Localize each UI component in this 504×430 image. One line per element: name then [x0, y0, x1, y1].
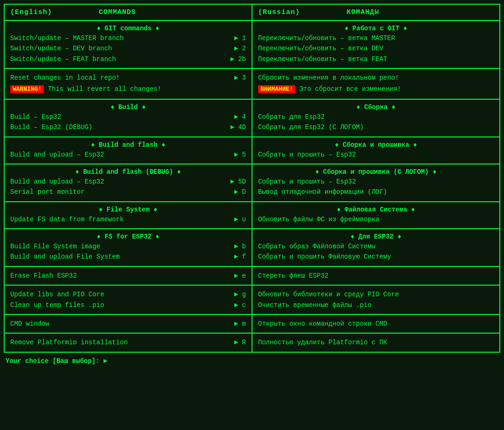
bottom-prompt: Your choice [Ваш выбор]: ►: [4, 353, 500, 367]
section-fs-left: ♦ File System ♦ Update FS data from fram…: [5, 202, 252, 228]
section-update-right: Обновить библиотеки и среду PIO Core Очи…: [252, 286, 499, 314]
section-cmd-right: Открыть окно командной строки CMD: [252, 315, 499, 333]
section-build-right: ♦ Сборка ♦ Собрать для Esp32 Собрать для…: [252, 100, 499, 137]
section-erase-right: Стереть флеш ESP32: [252, 267, 499, 285]
section-update-left: Update libs and PIO Core ► g Clean up te…: [5, 286, 252, 314]
fs-ru-1: Обновить файлы ФС из фреймворка: [258, 214, 494, 225]
section-build-left: ♦ Build ♦ Build – Esp32 ► 4 Build – Esp3…: [5, 100, 252, 137]
fse-title-left: ♦ FS for ESP32 ♦: [10, 233, 246, 240]
git-cmd-1: Switch/update – MASTER branch ► 1: [10, 33, 246, 43]
header-left: (English) COMMANDS: [5, 5, 252, 20]
prompt-text: Your choice [Ваш выбор]: ►: [6, 357, 107, 365]
update-cmd-1: Update libs and PIO Core ► g: [10, 289, 246, 300]
bf-ru-1: Собрать и прошить – Esp32: [258, 150, 494, 160]
section-build: ♦ Build ♦ Build – Esp32 ► 4 Build – Esp3…: [5, 100, 499, 137]
remove-ru: Полностью удалить Platformio с ПК: [258, 337, 494, 348]
header-right-title: КОМАНДЫ: [347, 8, 379, 16]
bf-cmd-1: Build and upload – Esp32 ► 5: [10, 150, 246, 160]
erase-cmd: Erase Flash ESP32 ► e: [10, 271, 246, 281]
build-ru-2: Собрать для Esp32 (С ЛОГОМ): [258, 122, 494, 132]
header-right: (Russian) КОМАНДЫ: [252, 5, 499, 20]
bf-title-left: ♦ Build and flash ♦: [10, 141, 246, 149]
section-erase-left: Erase Flash ESP32 ► e: [5, 267, 252, 285]
update-ru-2: Очистить временные файлы .pio: [258, 300, 494, 310]
section-remove-left: Remove Platformio installation ► R: [5, 334, 252, 351]
section-fse-left: ♦ FS for ESP32 ♦ Build File System image…: [5, 229, 252, 266]
build-cmd-1: Build – Esp32 ► 4: [10, 112, 246, 122]
section-fse-right: ♦ Для ESP32 ♦ Собрать образ Файловой Сис…: [252, 229, 499, 266]
fs-title-right: ♦ Файловая Система ♦: [258, 206, 494, 213]
section-cmd: CMD window ► m Открыть окно командной ст…: [5, 315, 499, 334]
section-build-flash-debug: ♦ Build and flash (DEBUG) ♦ Build and up…: [5, 164, 499, 202]
terminal-window: (English) COMMANDS (Russian) КОМАНДЫ ♦ G…: [4, 4, 500, 353]
header-left-title: COMMANDS: [99, 8, 136, 16]
fse-ru-2: Собрать и прошить Файловую Систему: [258, 252, 494, 262]
bfd-title-right: ♦ Сборка и прошивка (С ЛОГОМ) ♦: [258, 168, 494, 176]
cmd-cmd: CMD window ► m: [10, 319, 246, 329]
header-left-label: (English): [10, 8, 52, 16]
section-erase: Erase Flash ESP32 ► e Стереть флеш ESP32: [5, 267, 499, 286]
section-fs-right: ♦ Файловая Система ♦ Обновить файлы ФС и…: [252, 202, 499, 228]
section-reset: Reset changes in local repo! ► 3 WARNING…: [5, 69, 499, 100]
section-bfd-right: ♦ Сборка и прошивка (С ЛОГОМ) ♦ Собрать …: [252, 164, 499, 201]
section-reset-left: Reset changes in local repo! ► 3 WARNING…: [5, 69, 252, 99]
update-cmd-2: Clean up temp files .pio ► c: [10, 300, 246, 310]
update-ru-1: Обновить библиотеки и среду PIO Core: [258, 289, 494, 300]
remove-cmd: Remove Platformio installation ► R: [10, 337, 246, 348]
bfd-cmd-2: Serial port monitor ► D: [10, 187, 246, 197]
cmd-ru: Открыть окно командной строки CMD: [258, 319, 494, 329]
section-build-flash: ♦ Build and flash ♦ Build and upload – E…: [5, 137, 499, 164]
section-git-left: ♦ GIT commands ♦ Switch/update – MASTER …: [5, 21, 252, 68]
section-bfd-left: ♦ Build and flash (DEBUG) ♦ Build and up…: [5, 164, 252, 201]
build-title-right: ♦ Сборка ♦: [258, 103, 494, 111]
fse-cmd-2: Build and upload File System ► f: [10, 252, 246, 262]
git-title-left: ♦ GIT commands ♦: [10, 25, 246, 32]
warning-badge-left: WARNING!: [10, 85, 44, 93]
reset-warning-right: ВНИМАНИЕ! Это сбросит все изменения!: [258, 83, 494, 95]
reset-warning-left: WARNING! This will revert all changes!: [10, 83, 246, 95]
reset-ru: Сбросить изменения в локальном репо!: [258, 73, 494, 83]
git-ru-1: Переключить/обновить – ветка MASTER: [258, 33, 494, 43]
git-ru-3: Переключить/обновить – ветка FEAT: [258, 54, 494, 64]
git-ru-2: Переключить/обновить – ветка DEV: [258, 43, 494, 54]
reset-cmd: Reset changes in local repo! ► 3: [10, 73, 246, 83]
section-reset-right: Сбросить изменения в локальном репо! ВНИ…: [252, 69, 499, 99]
section-git-right: ♦ Работа с GIT ♦ Переключить/обновить – …: [252, 21, 499, 68]
fse-title-right: ♦ Для ESP32 ♦: [258, 233, 494, 240]
bfd-ru-1: Собрать и прошить – Esp32: [258, 177, 494, 187]
build-ru-1: Собрать для Esp32: [258, 112, 494, 122]
section-fs-esp32: ♦ FS for ESP32 ♦ Build File System image…: [5, 229, 499, 267]
erase-ru: Стереть флеш ESP32: [258, 271, 494, 281]
section-bf-left: ♦ Build and flash ♦ Build and upload – E…: [5, 137, 252, 164]
fse-cmd-1: Build File System image ► b: [10, 241, 246, 252]
section-remove: Remove Platformio installation ► R Полно…: [5, 334, 499, 351]
section-cmd-left: CMD window ► m: [5, 315, 252, 333]
section-remove-right: Полностью удалить Platformio с ПК: [252, 334, 499, 351]
header-right-label: (Russian): [258, 8, 300, 16]
bfd-cmd-1: Build and upload – Esp32 ► 5D: [10, 177, 246, 187]
git-title-right: ♦ Работа с GIT ♦: [258, 25, 494, 32]
fs-title-left: ♦ File System ♦: [10, 206, 246, 213]
fse-ru-1: Собрать образ Файловой Системы: [258, 241, 494, 252]
section-bf-right: ♦ Сборка и прошивка ♦ Собрать и прошить …: [252, 137, 499, 164]
build-title-left: ♦ Build ♦: [10, 103, 246, 111]
warning-badge-right: ВНИМАНИЕ!: [258, 85, 295, 93]
bfd-ru-2: Вывод отладочной информации (ЛОГ): [258, 187, 494, 197]
bf-title-right: ♦ Сборка и прошивка ♦: [258, 141, 494, 149]
bfd-title-left: ♦ Build and flash (DEBUG) ♦: [10, 168, 246, 176]
header-row: (English) COMMANDS (Russian) КОМАНДЫ: [5, 5, 499, 21]
build-cmd-2: Build – Esp32 (DEBUG) ► 4D: [10, 122, 246, 132]
fs-cmd-1: Update FS data from framework ► u: [10, 214, 246, 225]
section-filesystem: ♦ File System ♦ Update FS data from fram…: [5, 202, 499, 229]
git-cmd-3: Switch/update – FEAT branch ► 2b: [10, 54, 246, 64]
git-cmd-2: Switch/update – DEV branch ► 2: [10, 43, 246, 54]
section-git: ♦ GIT commands ♦ Switch/update – MASTER …: [5, 21, 499, 69]
section-update: Update libs and PIO Core ► g Clean up te…: [5, 286, 499, 315]
